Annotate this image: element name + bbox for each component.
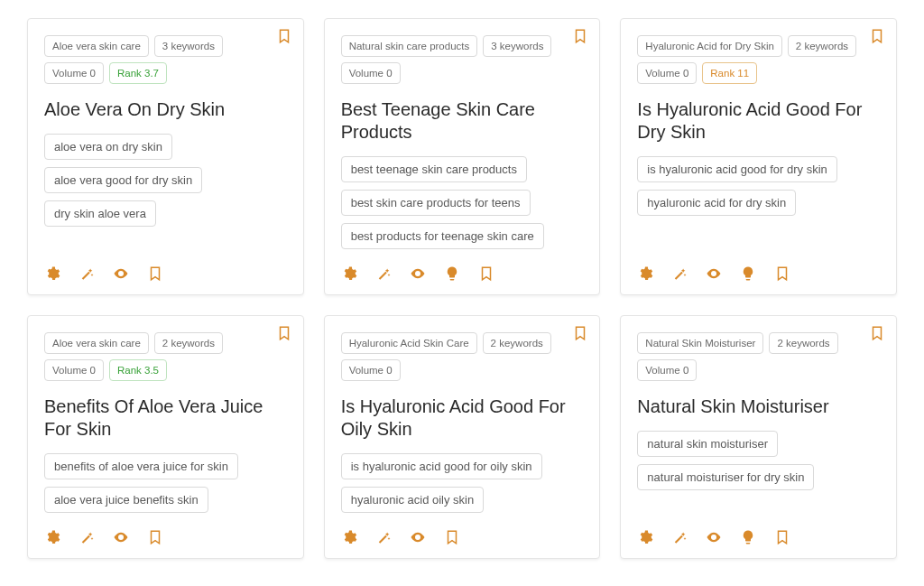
keyword-list: aloe vera on dry skinaloe vera good for … [44, 134, 287, 227]
wand-button[interactable] [375, 265, 392, 282]
wand-button[interactable] [671, 529, 688, 545]
meta-pill: Volume 0 [341, 359, 401, 381]
eye-button[interactable] [410, 529, 426, 545]
svg-point-4 [416, 536, 419, 539]
card-actions [341, 265, 584, 282]
keyword-chip[interactable]: hyaluronic acid oily skin [341, 487, 485, 513]
card-actions [637, 265, 880, 282]
meta-pill: Volume 0 [44, 62, 104, 84]
keyword-chip[interactable]: aloe vera juice benefits skin [44, 487, 208, 513]
gear-button[interactable] [341, 265, 357, 282]
keyword-chip[interactable]: aloe vera good for dry skin [44, 167, 202, 193]
meta-pill: Aloe vera skin care [44, 332, 149, 354]
wand-button[interactable] [79, 529, 95, 545]
keyword-card: Hyaluronic Acid for Dry Skin2 keywordsVo… [620, 18, 897, 295]
keyword-card: Hyaluronic Acid Skin Care2 keywordsVolum… [324, 315, 601, 559]
meta-pill: Volume 0 [637, 359, 697, 381]
rank-pill: Rank 3.5 [109, 359, 167, 381]
keyword-chip[interactable]: natural skin moisturiser [637, 431, 778, 457]
eye-button[interactable] [706, 529, 722, 545]
bookmark-toggle[interactable] [276, 325, 292, 341]
bulb-button[interactable] [740, 529, 756, 545]
eye-button[interactable] [706, 265, 722, 282]
card-title: Is Hyaluronic Acid Good For Dry Skin [637, 98, 880, 144]
keyword-card: Natural skin care products3 keywordsVolu… [324, 18, 601, 295]
bookmark-button[interactable] [774, 265, 790, 282]
meta-row: Hyaluronic Acid for Dry Skin2 keywordsVo… [637, 35, 880, 84]
gear-button[interactable] [44, 265, 60, 282]
wand-button[interactable] [375, 529, 392, 545]
meta-row: Natural Skin Moisturiser2 keywordsVolume… [637, 332, 880, 381]
keyword-list: is hyaluronic acid good for dry skinhyal… [637, 156, 880, 216]
keyword-chip[interactable]: aloe vera on dry skin [44, 134, 172, 160]
bulb-button[interactable] [740, 265, 756, 282]
card-title: Benefits Of Aloe Vera Juice For Skin [44, 395, 287, 441]
keyword-card: Natural Skin Moisturiser2 keywordsVolume… [620, 315, 897, 559]
gear-button[interactable] [341, 529, 357, 545]
gear-button[interactable] [637, 265, 653, 282]
wand-button[interactable] [79, 265, 95, 282]
card-title: Natural Skin Moisturiser [637, 395, 880, 418]
keyword-chip[interactable]: best teenage skin care products [341, 156, 527, 182]
meta-pill: 2 keywords [483, 332, 551, 354]
meta-row: Hyaluronic Acid Skin Care2 keywordsVolum… [341, 332, 584, 381]
meta-pill: Volume 0 [637, 62, 697, 84]
rank-pill: Rank 3.7 [109, 62, 167, 84]
bookmark-button[interactable] [444, 529, 460, 545]
meta-pill: Hyaluronic Acid Skin Care [341, 332, 477, 354]
bookmark-toggle[interactable] [572, 325, 588, 341]
meta-row: Aloe vera skin care3 keywordsVolume 0Ran… [44, 35, 287, 84]
bookmark-toggle[interactable] [869, 325, 885, 341]
bookmark-toggle[interactable] [869, 28, 885, 44]
eye-button[interactable] [113, 265, 129, 282]
meta-pill: Aloe vera skin care [44, 35, 149, 57]
rank-pill: Rank 11 [702, 62, 757, 84]
card-actions [637, 529, 880, 545]
meta-pill: Hyaluronic Acid for Dry Skin [637, 35, 782, 57]
keyword-chip[interactable]: is hyaluronic acid good for oily skin [341, 453, 542, 479]
meta-pill: Volume 0 [341, 62, 401, 84]
svg-point-3 [120, 536, 123, 539]
keyword-chip[interactable]: is hyaluronic acid good for dry skin [637, 156, 836, 182]
card-actions [44, 529, 287, 545]
meta-pill: 2 keywords [154, 332, 223, 354]
keyword-chip[interactable]: natural moisturiser for dry skin [637, 464, 814, 490]
card-title: Best Teenage Skin Care Products [341, 98, 584, 144]
eye-button[interactable] [113, 529, 129, 545]
svg-point-1 [416, 273, 419, 275]
meta-pill: 3 keywords [483, 35, 551, 57]
keyword-chip[interactable]: hyaluronic acid for dry skin [637, 190, 796, 216]
keyword-chip[interactable]: dry skin aloe vera [44, 200, 156, 227]
meta-row: Natural skin care products3 keywordsVolu… [341, 35, 584, 84]
keyword-card: Aloe vera skin care2 keywordsVolume 0Ran… [27, 315, 304, 559]
eye-button[interactable] [410, 265, 426, 282]
svg-point-5 [713, 536, 716, 539]
bookmark-button[interactable] [147, 529, 163, 545]
meta-pill: 2 keywords [769, 332, 837, 354]
keyword-chip[interactable]: best skin care products for teens [341, 190, 531, 216]
keyword-list: natural skin moisturisernatural moisturi… [637, 431, 880, 490]
meta-pill: Volume 0 [44, 359, 104, 381]
card-title: Is Hyaluronic Acid Good For Oily Skin [341, 395, 584, 441]
card-title: Aloe Vera On Dry Skin [44, 98, 287, 121]
meta-row: Aloe vera skin care2 keywordsVolume 0Ran… [44, 332, 287, 381]
meta-pill: Natural Skin Moisturiser [637, 332, 763, 354]
bookmark-button[interactable] [147, 265, 163, 282]
gear-button[interactable] [44, 529, 60, 545]
bookmark-toggle[interactable] [276, 28, 292, 44]
keyword-card: Aloe vera skin care3 keywordsVolume 0Ran… [27, 18, 304, 295]
wand-button[interactable] [671, 265, 688, 282]
keyword-chip[interactable]: best products for teenage skin care [341, 223, 544, 249]
card-actions [341, 529, 584, 545]
meta-pill: 3 keywords [154, 35, 223, 57]
bulb-button[interactable] [444, 265, 460, 282]
bookmark-button[interactable] [774, 529, 790, 545]
keyword-chip[interactable]: benefits of aloe vera juice for skin [44, 453, 238, 479]
svg-point-2 [713, 273, 716, 275]
meta-pill: Natural skin care products [341, 35, 478, 57]
gear-button[interactable] [637, 529, 653, 545]
keyword-list: is hyaluronic acid good for oily skinhya… [341, 453, 584, 513]
bookmark-button[interactable] [478, 265, 494, 282]
keyword-list: best teenage skin care productsbest skin… [341, 156, 584, 249]
bookmark-toggle[interactable] [572, 28, 588, 44]
